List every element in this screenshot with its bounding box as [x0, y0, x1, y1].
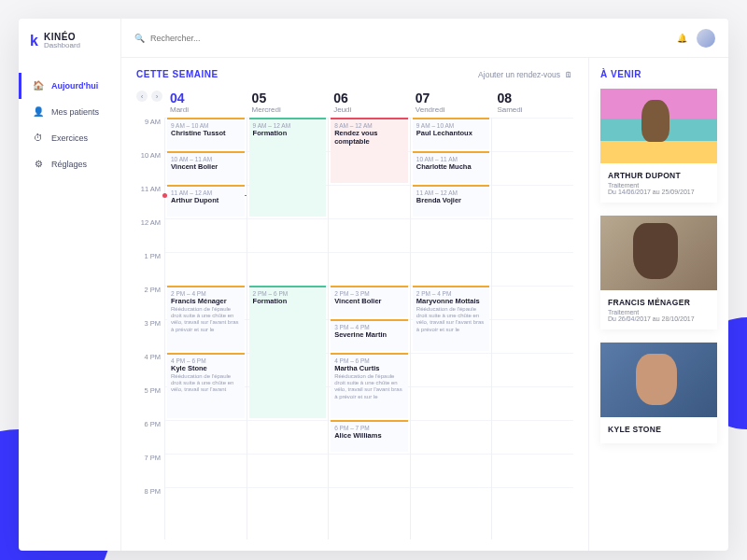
event-desc: Rééducation de l'épaule droit suite à un… [334, 373, 404, 400]
app-window: k KINÉO Dashboard 🏠Aujourd'hui👤Mes patie… [19, 19, 728, 551]
calendar-event[interactable]: 10 AM – 11 AMVincent Bolier [167, 151, 245, 183]
event-time: 11 AM – 12 AM [416, 189, 486, 196]
day-header[interactable]: 05Mercredi [247, 87, 329, 118]
event-title: Severine Martin [334, 330, 404, 339]
nav-exercises-icon: ⏱ [33, 133, 44, 144]
day-header[interactable]: 07Vendredi [410, 87, 492, 118]
day-number: 08 [497, 91, 568, 105]
calendar-event[interactable]: 3 PM – 4 PMSeverine Martin [331, 319, 408, 351]
add-appointment-button[interactable]: Ajouter un rendez-vous 🗓 [478, 70, 573, 79]
calendar-event[interactable]: 2 PM – 4 PMMaryvonne MottaisRééducation … [413, 286, 490, 351]
sidebar: k KINÉO Dashboard 🏠Aujourd'hui👤Mes patie… [19, 19, 121, 551]
calendar-event[interactable]: 4 PM – 6 PMKyle StoneRééducation de l'ép… [167, 353, 245, 418]
calendar-event[interactable]: 8 AM – 12 AMRendez vous comptable [331, 118, 408, 183]
topbar: 🔍 🔔 [121, 19, 728, 58]
nav-patients-icon: 👤 [33, 106, 44, 118]
patient-treatment: Traitement [608, 182, 710, 189]
calendar-event[interactable]: 10 AM – 11 AMCharlotte Mucha [413, 151, 490, 183]
day-name: Vendredi [416, 105, 486, 114]
upcoming-card[interactable]: ARTHUR DUPONTTraitementDu 14/06/2017 au … [600, 89, 717, 203]
search-icon: 🔍 [134, 34, 145, 43]
event-title: Formation [253, 129, 323, 137]
event-title: Brenda Vojier [416, 196, 486, 204]
nav-label: Réglages [51, 160, 87, 169]
day-number: 05 [252, 91, 323, 105]
hour-label: 11 AM [136, 185, 164, 218]
calendar-event[interactable]: 2 PM – 3 PMVincent Bolier [331, 286, 408, 317]
event-time: 9 AM – 12 AM [253, 122, 323, 129]
day-column [491, 118, 573, 539]
day-header[interactable]: 04Mardi [164, 87, 247, 118]
event-title: Vincent Bolier [334, 297, 404, 305]
event-time: 2 PM – 3 PM [334, 290, 404, 297]
day-name: Samedi [497, 105, 568, 114]
upcoming-card[interactable]: FRANCIS MÉNAGERTraitementDu 26/04/2017 a… [600, 216, 717, 329]
event-desc: Rééducation de l'épaule droit suite à un… [416, 306, 486, 333]
event-time: 2 PM – 6 PM [253, 290, 323, 297]
patient-treatment: Traitement [608, 309, 710, 315]
next-week-button[interactable]: › [151, 91, 162, 102]
calendar-event[interactable]: 2 PM – 6 PMFormation [249, 286, 327, 418]
event-title: Charlotte Mucha [416, 162, 486, 171]
hour-label: 8 PM [136, 487, 164, 521]
patient-name: ARTHUR DUPONT [608, 171, 710, 180]
patient-photo [600, 343, 717, 417]
upcoming-title: À VENIR [600, 69, 717, 79]
hour-label: 2 PM [136, 286, 164, 319]
calendar-event[interactable]: 11 AM – 12 AMBrenda Vojier [413, 185, 490, 217]
calendar-event[interactable]: 9 AM – 10 AMPaul Lechantoux [413, 118, 490, 149]
event-time: 10 AM – 11 AM [171, 156, 241, 162]
day-number: 07 [416, 91, 486, 105]
calendar-event[interactable]: 4 PM – 6 PMMartha CurtisRééducation de l… [331, 353, 408, 418]
nav-exercises[interactable]: ⏱Exercices [19, 125, 120, 151]
day-column: 9 AM – 10 AMChristine Tussot10 AM – 11 A… [164, 118, 247, 539]
hour-gutter: 9 AM10 AM11 AM12 AM1 PM2 PM3 PM4 PM5 PM6… [136, 118, 164, 539]
event-title: Alice Williams [334, 431, 404, 440]
event-title: Martha Curtis [334, 364, 404, 372]
day-header[interactable]: 08Samedi [491, 87, 573, 118]
upcoming-card[interactable]: KYLE STONE [600, 343, 717, 443]
hour-label: 4 PM [136, 353, 164, 386]
bell-icon[interactable]: 🔔 [677, 34, 687, 43]
prev-week-button[interactable]: ‹ [136, 91, 148, 102]
calendar-title: CETTE SEMAINE [136, 69, 218, 79]
calendar-event[interactable]: 9 AM – 12 AMFormation [249, 118, 327, 217]
calendar-event[interactable]: 6 PM – 7 PMAlice Williams [331, 420, 408, 452]
calendar-event[interactable]: 2 PM – 4 PMFrancis MénagerRééducation de… [167, 286, 245, 351]
brand: k KINÉO Dashboard [19, 19, 120, 63]
patient-dates: Du 14/06/2017 au 25/09/2017 [608, 189, 710, 195]
patient-photo [600, 216, 717, 290]
nav-today[interactable]: 🏠Aujourd'hui [19, 73, 120, 99]
day-number: 04 [170, 91, 241, 105]
nav: 🏠Aujourd'hui👤Mes patients⏱Exercices⚙Régl… [19, 73, 120, 177]
event-title: Francis Ménager [171, 297, 241, 305]
hour-label: 12 AM [136, 218, 164, 252]
nav-label: Exercices [51, 133, 88, 143]
nav-label: Aujourd'hui [51, 81, 98, 91]
event-time: 3 PM – 4 PM [334, 324, 404, 330]
day-headers: 04Mardi05Mercredi06Jeudi07Vendredi08Same… [164, 87, 573, 118]
hour-label: 10 AM [136, 151, 164, 185]
search-input[interactable] [150, 34, 668, 43]
calendar-event[interactable]: 11 AM – 12 AMArthur Dupont [167, 185, 245, 217]
patient-dates: Du 26/04/2017 au 28/10/2017 [608, 315, 710, 322]
event-time: 9 AM – 10 AM [171, 122, 241, 129]
calendar-event[interactable]: 9 AM – 10 AMChristine Tussot [167, 118, 245, 149]
calendar-grid: 9 AM – 10 AMChristine Tussot10 AM – 11 A… [164, 118, 573, 539]
event-time: 2 PM – 4 PM [171, 290, 241, 297]
event-time: 2 PM – 4 PM [416, 290, 486, 297]
nav-patients[interactable]: 👤Mes patients [19, 99, 120, 125]
day-name: Jeudi [333, 105, 404, 114]
avatar[interactable] [697, 29, 715, 48]
day-name: Mercredi [252, 105, 323, 114]
search: 🔍 [134, 34, 668, 43]
nav-settings[interactable]: ⚙Réglages [19, 151, 120, 177]
hour-label: 6 PM [136, 420, 164, 454]
event-time: 4 PM – 6 PM [334, 357, 404, 364]
brand-subtitle: Dashboard [44, 42, 80, 50]
main: 🔍 🔔 CETTE SEMAINE Ajouter un rendez-vous… [121, 19, 728, 551]
day-header[interactable]: 06Jeudi [328, 87, 410, 118]
event-time: 8 AM – 12 AM [334, 122, 404, 129]
event-title: Paul Lechantoux [416, 129, 486, 137]
upcoming-panel: À VENIR ARTHUR DUPONTTraitementDu 14/06/… [588, 58, 728, 551]
